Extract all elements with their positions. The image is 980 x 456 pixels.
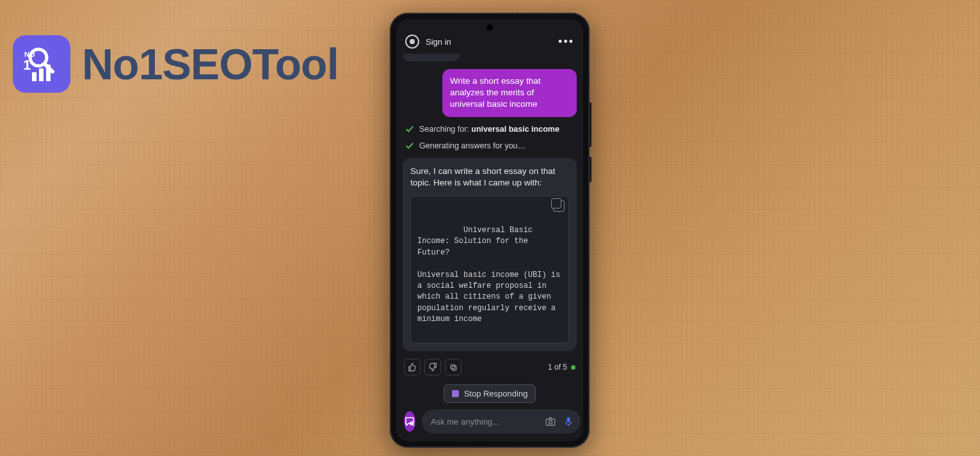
stop-responding-button[interactable]: Stop Responding [444,384,536,403]
previous-message-peek [403,54,460,61]
thumbs-down-button[interactable] [424,359,441,375]
camera-icon[interactable] [545,416,556,427]
user-message-bubble: Write a short essay that analyzes the me… [442,69,577,117]
profile-icon[interactable] [405,35,419,49]
brand-logo-icon: NO 1 [13,35,70,93]
microphone-icon[interactable] [563,416,574,427]
chat-home-icon [404,416,415,427]
message-input-pill [422,409,581,434]
phone-screen: Sign in ••• Write a short essay that ana… [396,19,583,441]
chat-area: Write a short essay that analyzes the me… [396,52,583,403]
svg-rect-13 [567,417,570,422]
phone-frame: Sign in ••• Write a short essay that ana… [390,13,590,448]
thumbs-up-button[interactable] [404,359,421,375]
counter-text: 1 of 5 [548,363,567,372]
copy-response-button[interactable] [445,359,462,375]
essay-code-block: Universal Basic Income: Solution for the… [410,196,569,343]
svg-text:1: 1 [23,57,31,73]
svg-rect-11 [546,419,555,425]
status-dot-icon [571,365,575,370]
check-icon [405,141,414,150]
svg-rect-2 [32,72,36,81]
stop-icon [452,390,459,397]
response-counter: 1 of 5 [548,363,575,372]
searching-prefix: Searching for: [419,125,471,134]
phone-camera-hole [486,24,493,31]
ai-intro-text: Sure, I can write a short essay on that … [410,166,569,190]
svg-line-10 [413,425,414,426]
copy-icon[interactable] [553,200,565,212]
ai-message-bubble: Sure, I can write a short essay on that … [403,158,577,351]
home-fab-button[interactable] [404,411,415,432]
brand-name: No1SEOTool [82,39,339,89]
svg-rect-3 [39,68,44,81]
feedback-row: 1 of 5 [403,359,577,375]
essay-text: Universal Basic Income: Solution for the… [417,226,565,324]
searching-query: universal basic income [471,125,559,134]
message-input[interactable] [431,417,538,427]
phone-volume-button [590,102,591,147]
svg-rect-7 [452,366,456,370]
generating-text: Generating answers for you… [419,141,526,150]
searching-status: Searching for: universal basic income [403,125,577,134]
stop-label: Stop Responding [464,389,528,398]
generating-status: Generating answers for you… [403,141,577,150]
sign-in-link[interactable]: Sign in [426,37,552,47]
more-menu-icon[interactable]: ••• [558,35,574,49]
svg-point-12 [549,421,552,424]
svg-rect-8 [451,365,455,369]
svg-rect-4 [46,65,51,81]
input-row [396,403,583,441]
brand-watermark: NO 1 No1SEOTool [13,35,339,93]
phone-power-button [590,157,591,182]
check-icon [405,125,414,134]
